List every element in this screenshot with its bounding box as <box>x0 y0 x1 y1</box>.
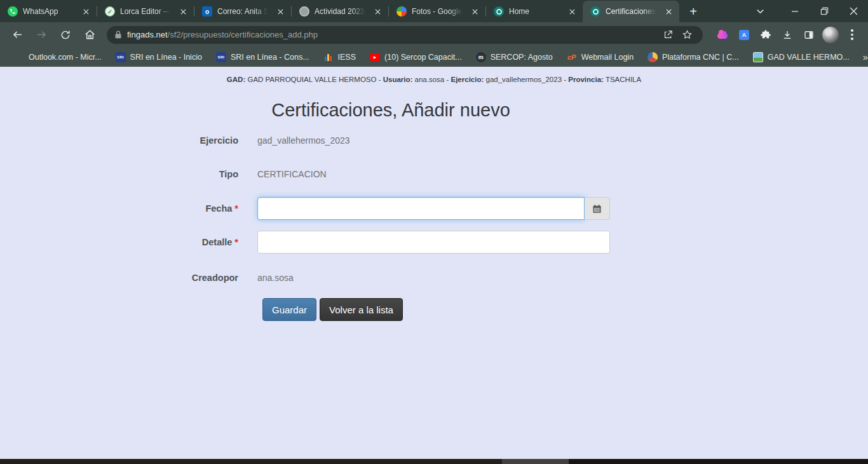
calendar-picker-button[interactable] <box>585 197 610 220</box>
tab-home[interactable]: Home <box>486 1 583 22</box>
volver-a-la-lista-button[interactable]: Volver a la lista <box>320 298 403 321</box>
url-text: fingads.net/sf2/presupuesto/certificacio… <box>127 30 658 39</box>
fingads-icon <box>494 6 504 17</box>
tab-lorca-editor[interactable]: ✓ Lorca Editor — El <box>97 1 194 22</box>
tab-title: Actividad 2023-0 <box>315 7 367 16</box>
tab-close-icon[interactable] <box>372 6 383 17</box>
meta-ejercicio-label: Ejercicio: <box>451 76 484 83</box>
minimize-button[interactable] <box>780 0 810 22</box>
form-row-fecha: Fecha* <box>172 197 610 220</box>
cloud-extension-icon[interactable] <box>713 25 732 44</box>
tab-actividad[interactable]: Actividad 2023-0 <box>292 1 388 22</box>
close-window-button[interactable] <box>839 0 868 22</box>
tab-close-icon[interactable] <box>469 6 480 17</box>
calendar-icon <box>592 204 602 214</box>
bookmark-star-icon[interactable] <box>677 26 696 44</box>
tipo-label: Tipo <box>172 169 238 179</box>
browser-toolbar: fingads.net/sf2/presupuesto/certificacio… <box>0 22 868 47</box>
guardar-button[interactable]: Guardar <box>262 298 316 321</box>
back-button[interactable] <box>6 24 28 46</box>
meta-separator: - <box>446 76 449 83</box>
bookmark-outlook[interactable]: Outlook.com - Micr... <box>9 50 107 65</box>
form-row-detalle: Detalle* <box>172 231 610 254</box>
address-bar[interactable]: fingads.net/sf2/presupuesto/certificacio… <box>107 26 703 44</box>
tab-close-icon[interactable] <box>177 6 189 17</box>
forward-button[interactable] <box>31 24 52 46</box>
bookmark-sri-inicio[interactable]: SRI SRI en Línea - Inicio <box>110 50 208 65</box>
tab-title: Certificaciones, A <box>606 7 658 16</box>
bookmark-sri-consultas[interactable]: SRI SRI en Línea - Cons... <box>210 50 315 65</box>
bookmark-label: GAD VALLE HERMO... <box>768 53 850 62</box>
web-page: GAD: GAD PARROQUIAL VALLE HERMOSO - Usua… <box>0 67 868 459</box>
tab-close-icon[interactable] <box>80 6 92 17</box>
tab-title: Home <box>509 7 561 16</box>
downloads-icon[interactable] <box>778 25 797 44</box>
bookmark-label: Outlook.com - Micr... <box>29 53 102 62</box>
meta-provincia-label: Provincia: <box>568 76 604 83</box>
detalle-input[interactable] <box>257 231 610 254</box>
share-icon[interactable] <box>658 26 677 44</box>
extensions-puzzle-icon[interactable] <box>756 25 775 44</box>
tab-search-chevron-icon[interactable] <box>747 0 773 22</box>
globe-icon <box>299 6 309 17</box>
lock-icon <box>114 31 122 39</box>
bookmarks-overflow-chevron-icon[interactable]: » <box>858 51 868 62</box>
sri-icon: SRI <box>116 52 126 62</box>
lorca-editor-icon: ✓ <box>105 6 115 17</box>
google-photos-icon <box>397 6 407 17</box>
url-domain: fingads.net <box>127 30 168 39</box>
browser-tab-bar: WhatsApp ✓ Lorca Editor — El o Correo: A… <box>0 0 868 22</box>
bookmark-iess[interactable]: IESS <box>318 50 362 65</box>
cpanel-icon: cP <box>567 52 577 62</box>
home-button[interactable] <box>79 24 100 46</box>
translate-extension-icon[interactable]: A <box>735 25 754 44</box>
gad-valle-hermoso-icon <box>753 52 763 62</box>
window-controls <box>780 0 868 22</box>
tab-title: Correo: Anita Sos <box>217 7 269 16</box>
new-tab-button[interactable]: + <box>684 3 702 20</box>
form-row-ejercicio: Ejercicio gad_vallehermos_2023 <box>172 134 610 147</box>
bookmark-sercop-agosto[interactable]: m SERCOP: Agosto <box>470 50 559 65</box>
taskbar-edge <box>0 459 868 464</box>
ejercicio-value: gad_vallehermos_2023 <box>257 135 610 146</box>
required-marker: * <box>234 203 238 214</box>
tab-title: Fotos - Google F <box>412 7 464 16</box>
sercop-icon: m <box>476 52 486 62</box>
form-row-tipo: Tipo CERTIFICACION <box>172 168 610 181</box>
outlook-icon: o <box>202 6 212 17</box>
tab-fotos[interactable]: Fotos - Google F <box>389 1 485 22</box>
tab-title: Lorca Editor — El <box>120 7 172 16</box>
bookmark-webmail[interactable]: cP Webmail Login <box>561 50 639 65</box>
extensions-area: A <box>707 25 863 44</box>
meta-gad-value: GAD PARROQUIAL VALLE HERMOSO <box>247 76 376 83</box>
bookmark-plataforma-cnc[interactable]: Plataforma CNC | C... <box>642 50 745 65</box>
bookmark-gad-valle-hermoso[interactable]: GAD VALLE HERMO... <box>747 50 855 65</box>
fecha-label: Fecha* <box>172 203 238 214</box>
sri-icon: SRI <box>216 52 226 62</box>
tab-close-icon[interactable] <box>566 6 578 17</box>
reload-button[interactable] <box>55 24 76 46</box>
meta-separator: - <box>379 76 381 83</box>
meta-ejercicio-value: gad_vallehermos_2023 <box>485 76 562 83</box>
bookmark-label: Webmail Login <box>581 53 634 62</box>
iess-icon <box>323 53 334 61</box>
ejercicio-label: Ejercicio <box>172 135 238 146</box>
bookmark-label: SRI en Línea - Cons... <box>231 53 309 62</box>
browser-menu-kebab-icon[interactable] <box>843 25 862 44</box>
microsoft-icon <box>15 52 24 62</box>
tab-certificaciones-active[interactable]: Certificaciones, A <box>583 1 679 22</box>
fingads-icon <box>590 6 600 17</box>
side-panel-icon[interactable] <box>799 25 818 44</box>
bookmark-label: SRI en Línea - Inicio <box>130 53 202 62</box>
bookmark-label: IESS <box>338 53 356 62</box>
tab-correo[interactable]: o Correo: Anita Sos <box>194 1 291 22</box>
fecha-input[interactable] <box>257 197 585 220</box>
tab-close-icon[interactable] <box>275 6 286 17</box>
tab-close-icon[interactable] <box>663 6 674 17</box>
meta-usuario-label: Usuario: <box>383 76 413 83</box>
tab-whatsapp[interactable]: WhatsApp <box>0 1 97 22</box>
bookmark-sercop-capacit[interactable]: ▶ (10) Sercop Capacit... <box>364 50 468 65</box>
restore-button[interactable] <box>810 0 839 22</box>
meta-usuario-value: ana.sosa <box>415 76 445 83</box>
profile-avatar[interactable] <box>821 25 840 44</box>
